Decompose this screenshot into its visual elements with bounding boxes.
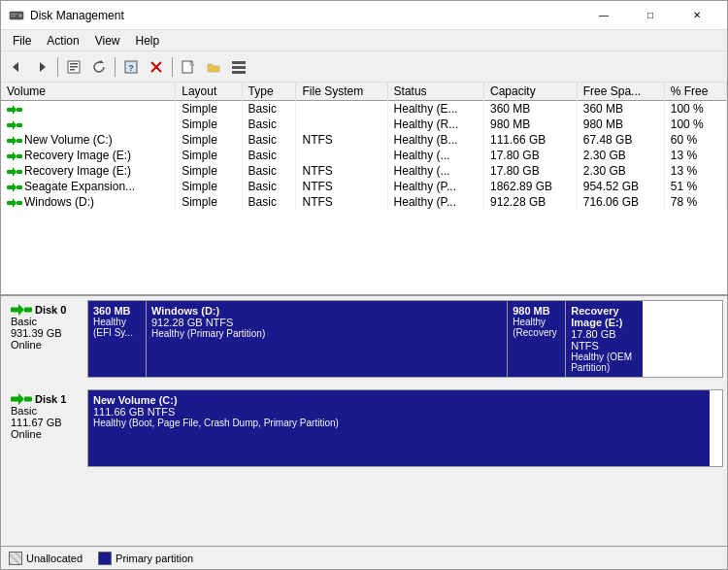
disk-type-label: Basic <box>11 405 82 417</box>
svg-point-2 <box>19 15 21 17</box>
disk-label-arrow-icon <box>11 304 32 316</box>
svg-marker-40 <box>13 198 17 208</box>
cell-volume: Recovery Image (E:) <box>1 148 176 163</box>
svg-rect-32 <box>17 154 22 158</box>
title-bar: Disk Management — □ ✕ <box>1 1 727 30</box>
forward-button[interactable] <box>30 55 53 79</box>
disk-row-0: Disk 0 Basic 931.39 GB Online 360 MBHeal… <box>5 300 723 378</box>
table-row[interactable]: SimpleBasicHealthy (E...360 MB360 MB100 … <box>1 101 727 117</box>
disk-arrow-icon <box>7 151 22 161</box>
partition-0-2[interactable]: 980 MBHealthy (Recovery <box>508 301 566 377</box>
cell-free: 360 MB <box>577 101 664 117</box>
cell-free: 716.06 GB <box>577 194 664 210</box>
disk-arrow-icon <box>7 167 22 177</box>
disk-size-label: 931.39 GB <box>11 327 82 339</box>
separator-1 <box>57 57 58 77</box>
disk-size-label: 111.67 GB <box>11 417 82 428</box>
svg-marker-22 <box>13 105 17 115</box>
partition-size: 111.66 GB NTFS <box>93 406 705 418</box>
new-button[interactable] <box>177 55 200 79</box>
svg-rect-3 <box>11 14 17 15</box>
svg-rect-35 <box>17 170 22 174</box>
partition-name: 360 MB <box>93 305 141 317</box>
cell-volume: Windows (D:) <box>1 194 176 210</box>
svg-rect-20 <box>232 71 246 74</box>
col-status: Status <box>387 83 483 101</box>
table-body: SimpleBasicHealthy (E...360 MB360 MB100 … <box>1 101 727 211</box>
menu-action[interactable]: Action <box>39 32 86 50</box>
table-row[interactable]: Recovery Image (E:)SimpleBasicHealthy (.… <box>1 148 727 163</box>
disk-arrow-icon <box>7 198 22 208</box>
col-volume: Volume <box>1 83 176 101</box>
svg-marker-34 <box>13 167 17 177</box>
table-row[interactable]: SimpleBasicHealthy (R...980 MB980 MB100 … <box>1 117 727 132</box>
cell-volume <box>1 117 176 132</box>
partition-0-1[interactable]: Windows (D:)912.28 GB NTFSHealthy (Prima… <box>147 301 508 377</box>
svg-rect-18 <box>232 61 246 64</box>
legend-primary: Primary partition <box>98 552 193 565</box>
cell-type: Basic <box>242 148 296 163</box>
forward-icon <box>35 60 49 74</box>
cell-type: Basic <box>242 101 296 117</box>
view-icon <box>231 59 247 75</box>
table-row[interactable]: Windows (D:)SimpleBasicNTFSHealthy (P...… <box>1 194 727 210</box>
cell-status: Healthy (... <box>387 148 483 163</box>
cell-pct: 78 % <box>664 194 726 210</box>
svg-text:?: ? <box>128 63 134 73</box>
cell-type: Basic <box>242 132 296 148</box>
cell-fs: NTFS <box>296 132 387 148</box>
cell-type: Basic <box>242 179 296 194</box>
menu-view[interactable]: View <box>87 32 128 50</box>
disk-label-0: Disk 0 Basic 931.39 GB Online <box>5 300 87 378</box>
svg-marker-28 <box>13 136 17 146</box>
cell-volume: Seagate Expansion... <box>1 179 176 194</box>
toolbar: ? <box>1 51 727 83</box>
cell-pct: 13 % <box>664 163 726 179</box>
properties-button[interactable] <box>62 55 85 79</box>
cell-capacity: 17.80 GB <box>483 163 577 179</box>
col-pct: % Free <box>664 83 726 101</box>
primary-swatch <box>98 552 112 565</box>
cell-capacity: 360 MB <box>483 101 577 117</box>
maximize-button[interactable]: □ <box>628 1 673 30</box>
cell-status: Healthy (P... <box>387 194 483 210</box>
minimize-button[interactable]: — <box>581 1 626 30</box>
disk-name-label: Disk 1 <box>11 393 82 405</box>
partition-status: Healthy (Boot, Page File, Crash Dump, Pr… <box>93 418 705 428</box>
cell-fs: NTFS <box>296 163 387 179</box>
table-row[interactable]: Seagate Expansion...SimpleBasicNTFSHealt… <box>1 179 727 194</box>
open-button[interactable] <box>202 55 225 79</box>
cell-status: Healthy (B... <box>387 132 483 148</box>
cell-capacity: 111.66 GB <box>483 132 577 148</box>
table-header-row: Volume Layout Type File System Status Ca… <box>1 83 727 101</box>
svg-rect-19 <box>232 66 246 69</box>
svg-marker-43 <box>18 304 24 316</box>
refresh-button[interactable] <box>87 55 111 79</box>
partition-1-0[interactable]: New Volume (C:)111.66 GB NTFSHealthy (Bo… <box>88 390 710 466</box>
partition-name: 980 MB <box>513 305 560 317</box>
svg-marker-37 <box>13 183 17 192</box>
col-capacity: Capacity <box>483 83 577 101</box>
menu-file[interactable]: File <box>5 32 39 50</box>
volume-table-section[interactable]: Volume Layout Type File System Status Ca… <box>1 83 727 296</box>
separator-2 <box>115 57 116 77</box>
disk-container: Disk 0 Basic 931.39 GB Online 360 MBHeal… <box>5 300 723 467</box>
disk-arrow-icon <box>7 136 22 146</box>
cell-layout: Simple <box>176 163 242 179</box>
cell-pct: 100 % <box>664 117 726 132</box>
partition-0-3[interactable]: Recovery Image (E:)17.80 GB NTFSHealthy … <box>566 301 642 377</box>
disk-visual-section[interactable]: Disk 0 Basic 931.39 GB Online 360 MBHeal… <box>1 296 727 546</box>
view-button[interactable] <box>227 55 250 79</box>
delete-button[interactable] <box>145 55 168 79</box>
table-row[interactable]: Recovery Image (E:)SimpleBasicNTFSHealth… <box>1 163 727 179</box>
svg-rect-10 <box>70 69 75 71</box>
title-controls: — □ ✕ <box>581 1 719 30</box>
svg-rect-47 <box>24 397 32 402</box>
back-button[interactable] <box>5 55 28 79</box>
help-button[interactable]: ? <box>119 55 143 79</box>
separator-3 <box>172 57 173 77</box>
table-row[interactable]: New Volume (C:)SimpleBasicNTFSHealthy (B… <box>1 132 727 148</box>
partition-0-0[interactable]: 360 MBHealthy (EFI Sy... <box>88 301 147 377</box>
menu-help[interactable]: Help <box>128 32 168 50</box>
close-button[interactable]: ✕ <box>675 1 719 30</box>
